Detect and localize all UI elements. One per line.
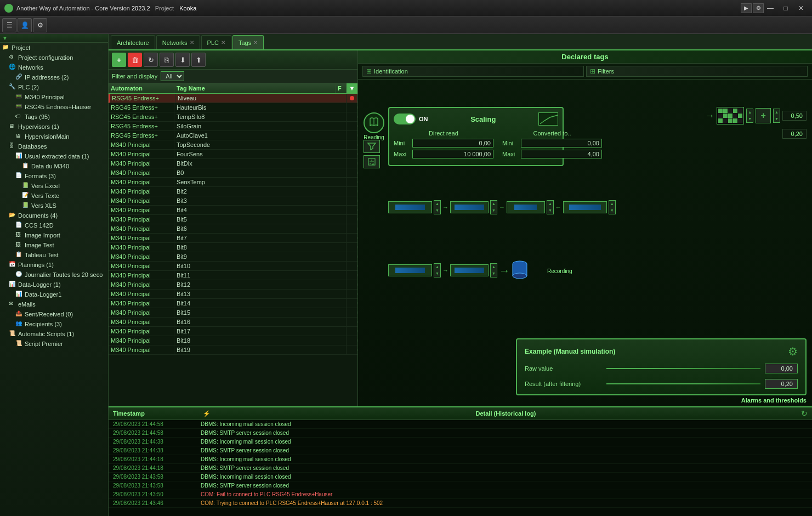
sidebar-item-10[interactable]: 🗄Databases	[0, 141, 108, 151]
sig-stepper-3[interactable]: ▲▼	[547, 200, 554, 214]
tag-row-15[interactable]: M340 PrincipalBit7	[109, 234, 357, 243]
converted-mini-input[interactable]	[521, 139, 602, 148]
sidebar-item-25[interactable]: 📊Data-Logger1	[0, 290, 108, 299]
sidebar-item-20[interactable]: 🖼Image Test	[0, 240, 108, 250]
direct-mini-input[interactable]	[412, 139, 493, 148]
sidebar-item-19[interactable]: 🖼Image Import	[0, 230, 108, 240]
tab-plc-close[interactable]: ✕	[221, 39, 225, 46]
log-timestamp-sort-icon[interactable]: ⚡	[203, 410, 211, 417]
sidebar-item-5[interactable]: 📟M340 Principal	[0, 92, 108, 102]
sidebar-item-14[interactable]: 📗Vers Excel	[0, 181, 108, 191]
sidebar-item-1[interactable]: ⚙Project configuration	[0, 53, 108, 63]
sidebar-item-15[interactable]: 📝Vers Texte	[0, 191, 108, 201]
tag-row-6[interactable]: M340 PrincipalFourSens	[109, 150, 357, 159]
upload-tag-button[interactable]: ⬆	[191, 53, 206, 67]
copy-tag-button[interactable]: ⎘	[160, 53, 174, 67]
sidebar-item-22[interactable]: 📅Plannings (1)	[0, 260, 108, 270]
tab-tags-close[interactable]: ✕	[253, 39, 258, 46]
sig-stepper-4[interactable]: ▲▼	[609, 200, 616, 214]
sidebar-item-6[interactable]: 📟RSG45 Endress+Hauser	[0, 102, 108, 112]
sidebar-item-9[interactable]: 🖥HypervisionMain	[0, 132, 108, 141]
sidebar-item-24[interactable]: 📊Data-Logger (1)	[0, 280, 108, 290]
tag-row-12[interactable]: M340 PrincipalBit4	[109, 206, 357, 215]
tag-row-18[interactable]: M340 PrincipalBit10	[109, 262, 357, 271]
download-tag-button[interactable]: ⬇	[175, 53, 190, 67]
tag-row-13[interactable]: M340 PrincipalBit5	[109, 215, 357, 224]
filter-select[interactable]: All	[161, 71, 184, 81]
tab-networks[interactable]: Networks ✕	[156, 35, 200, 49]
tag-row-25[interactable]: M340 PrincipalBit17	[109, 327, 357, 336]
tab-architecture[interactable]: Architecture	[111, 35, 155, 49]
col-sort[interactable]: ▼	[347, 83, 357, 93]
tag-row-17[interactable]: M340 PrincipalBit9	[109, 252, 357, 262]
sidebar-item-13[interactable]: 📄Formats (3)	[0, 171, 108, 181]
close-btn[interactable]: ✕	[794, 3, 808, 14]
tag-row-27[interactable]: M340 PrincipalBit19	[109, 345, 357, 355]
filters-section[interactable]: ⊞ Filters	[586, 66, 808, 77]
sidebar-item-8[interactable]: 🖥Hypervisors (1)	[0, 122, 108, 132]
sidebar-item-26[interactable]: ✉eMails	[0, 299, 108, 309]
add-tag-button[interactable]: +	[112, 53, 126, 67]
sig-stepper-2[interactable]: ▲▼	[490, 200, 497, 214]
plus-stepper[interactable]: ▲▼	[773, 109, 780, 123]
sidebar-item-17[interactable]: 📂Documents (4)	[0, 211, 108, 220]
converted-maxi-input[interactable]	[521, 150, 602, 158]
tag-row-5[interactable]: M340 PrincipalTopSeconde	[109, 140, 357, 150]
tag-row-23[interactable]: M340 PrincipalBit15	[109, 308, 357, 317]
tag-row-4[interactable]: RSG45 Endress+AutoClave1	[109, 131, 357, 140]
tag-row-22[interactable]: M340 PrincipalBit14	[109, 299, 357, 308]
tag-row-8[interactable]: M340 PrincipalB0	[109, 168, 357, 178]
tag-row-0[interactable]: RSG45 Endress+Niveau	[109, 94, 357, 103]
sig-stepper-1[interactable]: ▲▼	[434, 200, 441, 214]
tag-row-1[interactable]: RSG45 Endress+HauteurBis	[109, 103, 357, 112]
sidebar-item-4[interactable]: 🔧PLC (2)	[0, 82, 108, 92]
sidebar-item-11[interactable]: 📊Usual extracted data (1)	[0, 151, 108, 161]
tag-row-21[interactable]: M340 PrincipalBit13	[109, 290, 357, 299]
sidebar-item-21[interactable]: 📋Tableau Test	[0, 250, 108, 260]
tag-row-7[interactable]: M340 PrincipalBitDix	[109, 159, 357, 168]
identification-section[interactable]: ⊞ Identification	[362, 66, 584, 77]
tab-plc[interactable]: PLC ✕	[201, 35, 231, 49]
tag-row-26[interactable]: M340 PrincipalBit18	[109, 336, 357, 345]
sidebar-item-16[interactable]: 📗Vers XLS	[0, 201, 108, 211]
sidebar-item-23[interactable]: 🕐Journalier Toutes les 20 seco	[0, 270, 108, 280]
tag-row-24[interactable]: M340 PrincipalBit16	[109, 317, 357, 327]
menu-btn[interactable]: ☰	[2, 18, 16, 32]
sidebar-item-30[interactable]: 📜Script Premier	[0, 339, 108, 349]
direct-maxi-input[interactable]	[412, 150, 493, 158]
maximize-btn[interactable]: □	[779, 3, 792, 14]
sidebar-item-0[interactable]: 📁Project	[0, 43, 108, 53]
cfg-btn[interactable]: ⚙	[753, 3, 764, 13]
sidebar-item-28[interactable]: 👥Recipients (3)	[0, 319, 108, 329]
tab-networks-close[interactable]: ✕	[190, 39, 194, 46]
example-gear-icon[interactable]: ⚙	[788, 345, 798, 358]
tag-row-11[interactable]: M340 PrincipalBit3	[109, 196, 357, 206]
tag-row-10[interactable]: M340 PrincipalBit2	[109, 187, 357, 196]
sidebar-item-12[interactable]: 📋Data du M340	[0, 161, 108, 171]
sig-stepper-r2[interactable]: ▲▼	[490, 263, 497, 277]
tag-row-3[interactable]: RSG45 Endress+SiloGrain	[109, 122, 357, 131]
tab-tags[interactable]: Tags ✕	[232, 35, 264, 49]
sidebar-item-2[interactable]: 🌐Networks	[0, 63, 108, 72]
sidebar-item-27[interactable]: 📤Sent/Received (0)	[0, 309, 108, 319]
refresh-tag-button[interactable]: ↻	[144, 53, 158, 67]
tag-row-20[interactable]: M340 PrincipalBit12	[109, 280, 357, 290]
tag-row-16[interactable]: M340 PrincipalBit8	[109, 243, 357, 252]
matrix-stepper[interactable]: ▲▼	[746, 109, 753, 123]
toggle-switch[interactable]	[394, 114, 416, 124]
filter-tool-btn[interactable]	[364, 140, 380, 153]
delete-tag-button[interactable]: 🗑	[128, 53, 142, 67]
settings-btn[interactable]: ⚙	[33, 18, 47, 32]
tag-row-19[interactable]: M340 PrincipalBit11	[109, 271, 357, 280]
sidebar-item-18[interactable]: 📄CCS 142D	[0, 220, 108, 230]
sidebar-item-29[interactable]: 📜Automatic Scripts (1)	[0, 329, 108, 339]
minimize-btn[interactable]: —	[764, 3, 777, 14]
tag-row-2[interactable]: RSG45 Endress+TempSilo8	[109, 112, 357, 122]
sidebar-item-3[interactable]: 🔗IP addresses (2)	[0, 72, 108, 82]
tag-row-14[interactable]: M340 PrincipalBit6	[109, 224, 357, 234]
tag-row-9[interactable]: M340 PrincipalSensTemp	[109, 178, 357, 187]
user-btn[interactable]: 👤	[18, 18, 32, 32]
log-refresh-button[interactable]: ↻	[801, 409, 808, 418]
calc-tool-btn[interactable]	[364, 155, 380, 168]
play-btn[interactable]: ▶	[741, 3, 752, 13]
